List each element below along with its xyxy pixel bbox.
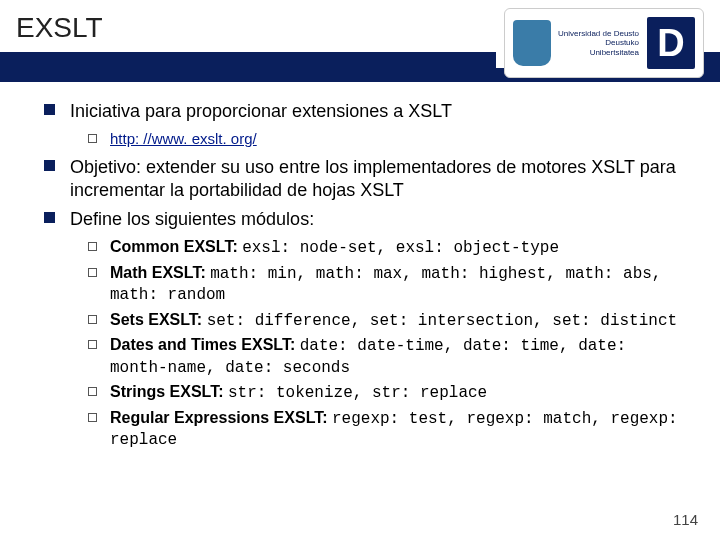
bullet-text: Iniciativa para proporcionar extensiones… [70,100,686,123]
module-code: str: tokenize, str: replace [228,384,487,402]
hollow-square-icon [88,268,97,277]
module-label: Dates and Times EXSLT: [110,336,300,353]
hollow-square-icon [88,340,97,349]
module-label: Common EXSLT: [110,238,242,255]
bullet-initiative: Iniciativa para proporcionar extensiones… [44,100,686,123]
hollow-square-icon [88,134,97,143]
logo-letter: D [647,17,695,69]
module-label: Sets EXSLT: [110,311,207,328]
exslt-link[interactable]: http: //www. exslt. org/ [110,130,257,147]
module-common: Common EXSLT: exsl: node-set, exsl: obje… [88,237,686,258]
hollow-square-icon [88,413,97,422]
slide-header: EXSLT Universidad de Deusto Deustuko Uni… [0,0,720,82]
module-label: Regular Expressions EXSLT: [110,409,332,426]
bullet-objective: Objetivo: extender su uso entre los impl… [44,156,686,202]
module-sets: Sets EXSLT: set: difference, set: inters… [88,310,686,331]
bullet-text: Define los siguientes módulos: [70,208,686,231]
university-logo: Universidad de Deusto Deustuko Unibertsi… [504,8,704,78]
bullet-modules: Define los siguientes módulos: [44,208,686,231]
module-label: Strings EXSLT: [110,383,228,400]
square-bullet-icon [44,160,55,171]
module-code: set: difference, set: intersection, set:… [207,312,677,330]
hollow-square-icon [88,242,97,251]
slide-body: Iniciativa para proporcionar extensiones… [0,82,720,451]
shield-icon [513,20,551,66]
module-math: Math EXSLT: math: min, math: max, math: … [88,263,686,306]
logo-text: Universidad de Deusto Deustuko Unibertsi… [557,29,643,58]
module-label: Math EXSLT: [110,264,210,281]
module-code: exsl: node-set, exsl: object-type [242,239,559,257]
module-regexp: Regular Expressions EXSLT: regexp: test,… [88,408,686,451]
square-bullet-icon [44,212,55,223]
bullet-text: Objetivo: extender su uso entre los impl… [70,156,686,202]
module-strings: Strings EXSLT: str: tokenize, str: repla… [88,382,686,403]
logo-line1: Universidad de Deusto [557,29,639,39]
hollow-square-icon [88,387,97,396]
hollow-square-icon [88,315,97,324]
sub-bullet-link: http: //www. exslt. org/ [88,129,686,148]
logo-line2: Deustuko Unibertsitatea [557,38,639,57]
module-dates: Dates and Times EXSLT: date: date-time, … [88,335,686,378]
square-bullet-icon [44,104,55,115]
page-number: 114 [673,511,698,528]
